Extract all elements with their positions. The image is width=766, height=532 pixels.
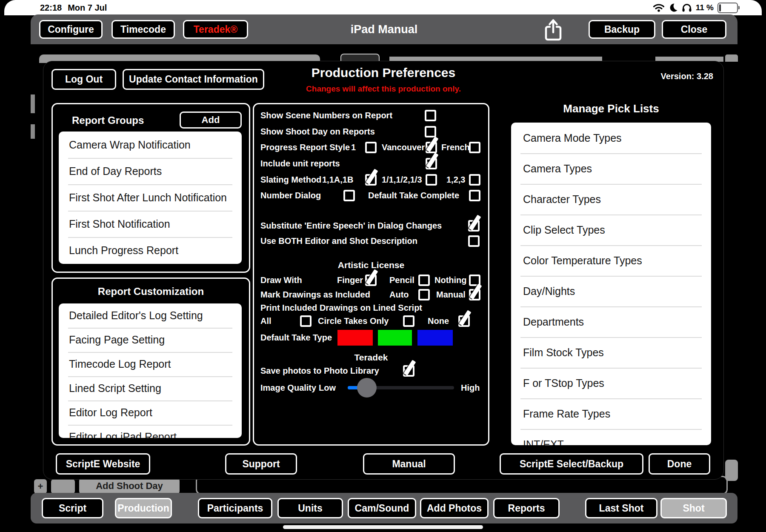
take-type-blue-swatch[interactable] — [417, 330, 453, 346]
tab-participants[interactable]: Participants — [198, 498, 272, 518]
take-type-red-swatch[interactable] — [337, 330, 373, 346]
tab-units[interactable]: Units — [277, 498, 343, 518]
list-item[interactable]: End of Day Reports — [59, 158, 242, 184]
tab-reports[interactable]: Reports — [493, 498, 560, 518]
draw-finger-checkbox[interactable] — [365, 275, 377, 286]
slider-knob[interactable] — [357, 378, 377, 398]
close-button[interactable]: Close — [662, 20, 726, 39]
list-item[interactable]: Character Types — [511, 184, 711, 215]
tab-script[interactable]: Script — [42, 498, 103, 518]
list-item[interactable]: Detailed Editor's Log Setting — [59, 303, 242, 328]
backup-button[interactable]: Backup — [589, 20, 655, 39]
list-item[interactable]: Editor Log Report — [59, 400, 242, 425]
pref-label: Substitute 'Entire Speech' in Dialog Cha… — [260, 221, 442, 231]
scripte-select-backup-button[interactable]: ScriptE Select/Backup — [500, 453, 643, 475]
add-report-group-button[interactable]: Add — [180, 112, 242, 129]
support-button[interactable]: Support — [225, 453, 297, 475]
background-add-shoot-day-button: Add Shoot Day — [79, 478, 180, 495]
manual-button[interactable]: Manual — [363, 453, 455, 475]
scripte-website-button[interactable]: ScriptE Website — [56, 453, 150, 475]
mark-manual-checkbox[interactable] — [469, 289, 480, 300]
list-item[interactable]: Facing Page Setting — [59, 328, 242, 352]
pref-label: Include unit reports — [260, 159, 340, 169]
image-quality-high-label: High — [461, 383, 480, 393]
list-item[interactable]: Timecode Log Report — [59, 352, 242, 376]
option-label: Circle Takes Only — [318, 316, 389, 326]
list-item[interactable]: Camera Types — [511, 153, 711, 184]
list-item[interactable]: Frame Rate Types — [511, 398, 711, 429]
option-label: Finger — [337, 275, 363, 285]
list-item[interactable]: First Shot Notification — [59, 211, 242, 237]
default-take-complete-checkbox[interactable] — [469, 190, 480, 201]
list-item[interactable]: Color Temperature Types — [511, 245, 711, 276]
print-circle-takes-checkbox[interactable] — [403, 315, 414, 327]
french-checkbox[interactable] — [469, 142, 480, 153]
list-item[interactable]: Lunch Progress Report — [59, 237, 242, 263]
list-item[interactable]: F or TStop Types — [511, 368, 711, 398]
artistic-license-heading: Artistic License — [254, 260, 488, 270]
option-label: Pencil — [389, 275, 414, 285]
pick-lists: Camera Mode Types Camera Types Character… — [511, 123, 711, 445]
print-none-checkbox[interactable] — [458, 315, 470, 327]
pref-label: Default Take Complete — [368, 191, 459, 200]
version-label: Version: 3.28 — [661, 72, 713, 81]
list-item[interactable]: Camera Mode Types — [511, 123, 711, 153]
pref-label: Slating Method — [260, 175, 321, 185]
done-button[interactable]: Done — [649, 453, 710, 475]
clock: 22:18 — [40, 3, 62, 13]
teradek-heading: Teradek — [254, 352, 488, 363]
report-customization-panel: Report Customization Detailed Editor's L… — [51, 277, 250, 446]
list-item[interactable]: First Shot After Lunch Notification — [59, 184, 242, 211]
battery-icon — [717, 3, 738, 13]
number-dialog-checkbox[interactable] — [343, 190, 355, 201]
preferences-panel: Show Scene Numbers on Report Show Shoot … — [253, 103, 489, 446]
wifi-icon — [653, 3, 665, 12]
draw-pencil-checkbox[interactable] — [418, 275, 430, 286]
pick-lists-title: Manage Pick Lists — [511, 102, 711, 115]
list-item[interactable]: Film Stock Types — [511, 337, 711, 368]
home-indicator[interactable] — [283, 525, 483, 529]
warning-text: Changes will affect this production only… — [43, 84, 723, 94]
include-unit-reports-checkbox[interactable] — [426, 158, 437, 169]
mark-auto-checkbox[interactable] — [418, 289, 430, 300]
print-all-checkbox[interactable] — [300, 315, 312, 327]
vancouver-checkbox[interactable] — [426, 142, 437, 153]
show-scene-numbers-checkbox[interactable] — [425, 110, 436, 121]
share-icon[interactable] — [543, 19, 563, 41]
option-label: French — [441, 143, 470, 152]
list-item[interactable]: Clip Select Types — [511, 215, 711, 245]
date: Mon 7 Jul — [68, 3, 107, 13]
headphones-icon — [682, 3, 692, 12]
save-photos-checkbox[interactable] — [403, 365, 414, 377]
option-label: 1,2,3 — [446, 175, 465, 185]
list-item[interactable]: Day/Nights — [511, 276, 711, 306]
slating-123-checkbox[interactable] — [469, 174, 480, 186]
image-quality-slider[interactable] — [348, 378, 454, 398]
tab-add-photos[interactable]: Add Photos — [420, 498, 489, 518]
list-item[interactable]: Departments — [511, 306, 711, 337]
pref-label: Image Quality — [260, 383, 316, 393]
pref-label: Draw With — [260, 275, 302, 285]
slating-fraction-checkbox[interactable] — [426, 174, 437, 186]
tab-production[interactable]: Production — [115, 498, 172, 518]
pref-label: Show Scene Numbers on Report — [260, 111, 392, 120]
style-1-checkbox[interactable] — [365, 142, 377, 153]
list-item[interactable]: Lined Script Setting — [59, 376, 242, 400]
shot-button[interactable]: Shot — [660, 498, 727, 518]
use-both-editor-shot-checkbox[interactable] — [468, 235, 480, 247]
modal-title: Production Preferences — [43, 66, 723, 80]
take-type-green-swatch[interactable] — [378, 330, 412, 346]
background-strip — [725, 54, 738, 62]
list-item[interactable]: Editor Log iPad Report — [59, 425, 242, 438]
slating-1-1a-1b-checkbox[interactable] — [365, 174, 377, 186]
substitute-entire-speech-checkbox[interactable] — [468, 220, 480, 232]
background-sliver — [31, 124, 35, 139]
option-label: 1,1A,1B — [322, 175, 353, 185]
show-shoot-day-checkbox[interactable] — [425, 126, 436, 137]
list-item[interactable]: INT/EXT — [511, 429, 711, 445]
list-item[interactable]: Camera Wrap Notification — [59, 132, 242, 158]
tab-cam-sound[interactable]: Cam/Sound — [348, 498, 416, 518]
last-shot-button[interactable]: Last Shot — [585, 498, 657, 518]
option-label: Nothing — [434, 275, 467, 285]
top-toolbar: Configure Timecode Teradek® iPad Manual … — [31, 14, 737, 44]
